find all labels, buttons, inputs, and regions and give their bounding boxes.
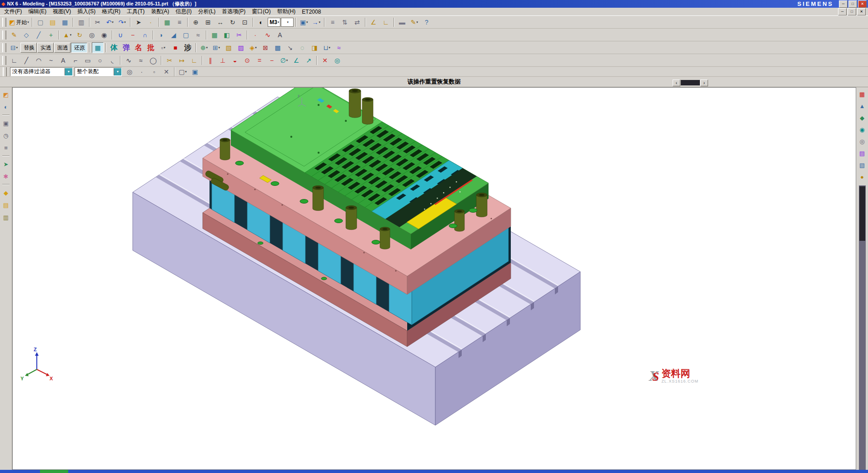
background-color-swatch[interactable]: ▾	[281, 18, 294, 27]
solid-transparent-button[interactable]: 实透	[37, 43, 54, 53]
spline-icon[interactable]: ~	[45, 55, 57, 66]
name-tool-button[interactable]: 名	[133, 42, 145, 53]
menu-preferences[interactable]: 首选项(P)	[219, 7, 249, 16]
offset-surface-icon[interactable]: ▩	[272, 42, 284, 53]
pattern-feature-icon[interactable]: ▦	[209, 30, 220, 40]
scale-body-icon[interactable]: ↘	[284, 42, 296, 53]
window-cascade-icon[interactable]: ▣▾	[298, 17, 310, 28]
patch-icon[interactable]: ⊔▾	[321, 42, 333, 53]
restore-button-window[interactable]: □	[848, 0, 857, 8]
subtract-icon[interactable]: −	[127, 30, 139, 40]
reuse-library-icon[interactable]: ◉	[857, 124, 868, 134]
datum-csys-icon[interactable]: +	[45, 30, 57, 40]
menu-tools[interactable]: 工具(T)	[124, 7, 148, 16]
sketch-annotate-icon[interactable]: ✎▾	[409, 17, 420, 28]
ruler-icon[interactable]: ▬	[396, 17, 408, 28]
selection-scope-combo[interactable]: 整个装配 ▾	[75, 67, 122, 76]
open-file-icon[interactable]: ▤	[47, 17, 59, 28]
mdi-restore-button[interactable]: □	[848, 8, 856, 15]
fit-view-icon[interactable]: ⊡	[239, 17, 251, 28]
part-navigator-icon[interactable]: ◆	[857, 113, 868, 123]
shaded-display-icon[interactable]: ◐	[255, 17, 267, 28]
datum-axis-icon[interactable]: ╱	[33, 30, 45, 40]
save-icon[interactable]: ▦	[59, 17, 71, 28]
constraint-perpendicular-icon[interactable]: ⊥	[217, 55, 229, 66]
thread-icon[interactable]: ≈	[192, 30, 204, 40]
edge-blend-icon[interactable]: ◗	[155, 30, 167, 40]
batch-tool-button[interactable]: 批	[145, 42, 157, 53]
promotion-icon[interactable]: ▨	[235, 42, 247, 53]
help-icon[interactable]: ?	[421, 17, 433, 28]
chamfer-icon[interactable]: ◢	[168, 30, 180, 40]
import-part-icon[interactable]: →▾	[310, 17, 322, 28]
move-to-layer-icon[interactable]: ⇄	[351, 17, 363, 28]
menu-analysis[interactable]: 分析(L)	[195, 7, 219, 16]
materials-palette-icon[interactable]: ▧	[857, 160, 868, 170]
mdi-close-button[interactable]: ✕	[857, 8, 866, 15]
unite-icon[interactable]: ∪	[115, 30, 126, 40]
selection-arrow-icon[interactable]: ➤	[133, 17, 145, 28]
constraint-tangent-icon[interactable]: ◒	[229, 55, 241, 66]
menu-et2008[interactable]: ET2008	[299, 8, 324, 15]
wrap-geometry-icon[interactable]: ◌	[296, 42, 308, 53]
boss-icon[interactable]: ◉	[98, 30, 110, 40]
combo-dropdown-icon[interactable]: ▾	[114, 68, 121, 75]
rotate-view-icon[interactable]: ↻	[227, 17, 239, 28]
datum-point-icon[interactable]: ∙	[249, 30, 261, 40]
folder-view-icon[interactable]: ▤	[0, 200, 11, 210]
scrollbar-thumb[interactable]	[859, 186, 865, 241]
offset-curve-icon[interactable]: ≈	[135, 55, 147, 66]
text-feature-icon[interactable]: A	[274, 30, 286, 40]
constraint-horizontal-icon[interactable]: −	[266, 55, 278, 66]
fillet-tool-icon[interactable]: ◟	[106, 55, 118, 66]
zoom-window-icon[interactable]: ⊞	[202, 17, 214, 28]
cross-icon[interactable]: ✕	[319, 55, 331, 66]
restore-button[interactable]: 还原	[71, 43, 87, 53]
cut-icon[interactable]: ✂	[92, 17, 104, 28]
constraint-navigator-icon[interactable]: ▲	[857, 101, 868, 111]
quick-extend-icon[interactable]: ↦	[176, 55, 188, 66]
expressions-icon[interactable]: ≡	[174, 17, 185, 28]
close-button[interactable]: ✕	[858, 0, 867, 8]
trim-body-icon[interactable]: ✂	[233, 30, 245, 40]
endpoint-snap-icon[interactable]: ∙	[136, 66, 148, 77]
wave-linker-icon[interactable]: ⊕▾	[198, 42, 210, 53]
text-tool-icon[interactable]: A	[57, 55, 69, 66]
menu-format[interactable]: 格式(R)	[99, 7, 124, 16]
measure-angle-icon[interactable]: ∠	[368, 17, 379, 28]
layer-stack-icon[interactable]: ▥	[0, 212, 11, 222]
menu-insert[interactable]: 插入(S)	[74, 7, 99, 16]
history-clock-icon[interactable]: ◷	[0, 130, 11, 140]
menu-window[interactable]: 窗口(O)	[249, 7, 274, 16]
menu-information[interactable]: 信息(I)	[172, 7, 195, 16]
interpart-copy-icon[interactable]: ⊞▾	[210, 42, 222, 53]
material-cube-icon[interactable]: ■	[170, 42, 181, 53]
profile-icon[interactable]: ∟	[8, 55, 20, 66]
revolve-icon[interactable]: ↻	[74, 30, 85, 40]
studio-spline-icon[interactable]: ∿	[123, 55, 135, 66]
menu-file[interactable]: 文件(F)	[1, 7, 25, 16]
edge-display-icon[interactable]: ▫▾	[157, 42, 169, 53]
sew-icon[interactable]: ≈	[333, 42, 345, 53]
constraint-equal-icon[interactable]: =	[254, 55, 265, 66]
toolbar-grip[interactable]	[2, 30, 6, 40]
extract-icon[interactable]: ◈▾	[247, 42, 259, 53]
target-icon[interactable]: ◎	[331, 55, 343, 66]
shaded-ball-icon[interactable]: ◐	[0, 102, 11, 112]
constraint-concentric-icon[interactable]: ⊙	[241, 55, 253, 66]
snapshot-icon[interactable]: ▣	[0, 118, 11, 128]
datum-plane-icon[interactable]: ◇	[20, 30, 32, 40]
select-pointer-icon[interactable]: ➤	[0, 159, 11, 169]
assembly-navigator-icon[interactable]: ▦	[857, 89, 868, 99]
viewport-scrollbar[interactable]	[859, 185, 866, 470]
selection-filter-combo[interactable]: 没有选择过滤器 ▾	[10, 67, 73, 76]
split-body-icon[interactable]: ◨	[309, 42, 320, 53]
menu-edit[interactable]: 编辑(E)	[25, 7, 50, 16]
new-file-icon[interactable]: ▢	[35, 17, 46, 28]
hole-icon[interactable]: ◎	[86, 30, 98, 40]
display-mode-icon[interactable]: ⊟▾	[8, 42, 20, 53]
rectangle-icon[interactable]: ▭	[82, 55, 94, 66]
graphics-viewport[interactable]: z Z X Y XS 资料网 ZL.XS1616.COM	[12, 87, 856, 470]
ellipse-icon[interactable]: ◯	[147, 55, 159, 66]
arc-icon[interactable]: ◠	[33, 55, 45, 66]
